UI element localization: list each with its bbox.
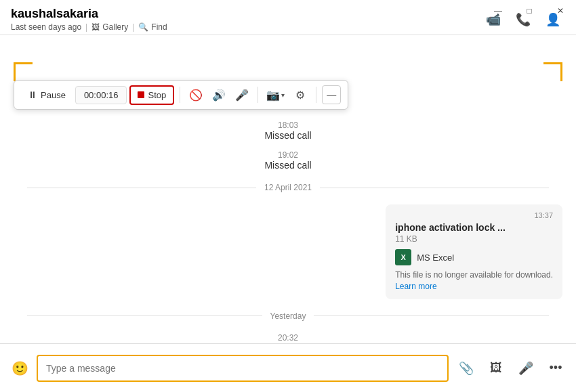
minimize-button[interactable]: —	[482, 0, 514, 22]
missed-call-group-2: 18:03 Missed call	[0, 118, 576, 144]
toolbar-minimize-button[interactable]: —	[322, 85, 341, 104]
find-link[interactable]: 🔍 Find	[138, 22, 167, 32]
missed-call-3-label: Missed call	[264, 160, 311, 171]
contact-info: kaushalsakaria Last seen days ago | 🖼 Ga…	[11, 7, 167, 32]
file-message-time: 13:37	[395, 211, 553, 219]
maximize-button[interactable]: □	[514, 0, 545, 22]
settings-icon: ⚙	[295, 89, 305, 102]
last-seen: Last seen days ago	[11, 22, 81, 32]
close-button[interactable]: ✕	[545, 0, 576, 22]
more-options-icon: •••	[550, 361, 562, 375]
missed-call-group-3: 19:02 Missed call	[0, 148, 576, 173]
date-label-april: 12 April 2021	[264, 183, 312, 192]
attach-file-button[interactable]: 📎	[454, 356, 478, 380]
camera-icon: 📷	[266, 89, 280, 102]
file-bubble: 13:37 iphone activation lock ... 11 KB X…	[386, 204, 562, 299]
no-answer-block: 20:32 No answer	[264, 333, 312, 343]
sep2: |	[132, 22, 134, 32]
minimize-icon: —	[327, 89, 336, 100]
stop-dot-icon	[138, 91, 144, 98]
toolbar-divider-3	[316, 87, 316, 103]
file-message: 13:37 iphone activation lock ... 11 KB X…	[0, 202, 576, 302]
mic-button[interactable]: 🎤	[232, 85, 252, 105]
find-icon: 🔍	[138, 22, 148, 32]
sep1: |	[85, 22, 87, 32]
recording-toolbar: ⏸ Pause 00:00:16 Stop 🚫 🔊 🎤 📷 ▾ ⚙ —	[14, 80, 348, 110]
date-label-yesterday: Yesterday	[270, 311, 306, 321]
no-answer-group: 20:32 No answer	[0, 330, 576, 343]
gallery-icon: 🖼	[91, 22, 100, 32]
contact-name: kaushalsakaria	[11, 7, 167, 21]
microphone-icon: 🎤	[518, 361, 533, 376]
file-notice-text: This file is no longer available for dow…	[395, 270, 553, 280]
speaker-button[interactable]: 🔊	[209, 85, 229, 105]
message-input[interactable]	[37, 355, 449, 382]
settings-button[interactable]: ⚙	[290, 85, 310, 105]
message-input-bar: 🙂 📎 🖼 🎤 •••	[0, 343, 576, 392]
bracket-top-right	[543, 62, 562, 81]
pause-icon: ⏸	[28, 89, 37, 100]
emoji-button[interactable]: 🙂	[8, 357, 31, 380]
attach-file-icon: 📎	[459, 361, 474, 376]
image-button[interactable]: 🖼	[484, 356, 508, 380]
blur-icon: 🚫	[189, 89, 203, 102]
bracket-top-left	[14, 62, 33, 81]
image-icon: 🖼	[490, 361, 502, 375]
pause-button[interactable]: ⏸ Pause	[21, 86, 73, 104]
microphone-button[interactable]: 🎤	[514, 356, 538, 380]
stop-button[interactable]: Stop	[129, 85, 174, 105]
mic-icon: 🎤	[235, 89, 249, 102]
date-divider-yesterday: Yesterday	[27, 311, 549, 321]
camera-chevron-icon: ▾	[281, 91, 285, 99]
contact-subtitle: Last seen days ago | 🖼 Gallery | 🔍 Find	[11, 22, 167, 32]
emoji-icon: 🙂	[12, 360, 28, 376]
missed-call-3-time: 19:02	[264, 150, 311, 160]
gallery-link[interactable]: 🖼 Gallery	[91, 22, 128, 32]
window-controls: — □ ✕	[482, 0, 576, 22]
more-options-button[interactable]: •••	[543, 356, 568, 380]
missed-call-3: 19:02 Missed call	[264, 150, 311, 171]
no-answer-time: 20:32	[264, 333, 312, 343]
recording-timer: 00:00:16	[75, 86, 127, 104]
file-notice: This file is no longer available for dow…	[395, 269, 553, 292]
file-size: 11 KB	[395, 234, 553, 244]
blur-icon-button[interactable]: 🚫	[186, 85, 206, 105]
speaker-icon: 🔊	[212, 89, 226, 102]
toolbar-divider-1	[180, 87, 180, 103]
missed-call-2: 18:03 Missed call	[264, 121, 311, 141]
missed-call-2-label: Missed call	[264, 130, 311, 141]
missed-call-2-time: 18:03	[264, 121, 311, 130]
file-type-label: MS Excel	[417, 253, 454, 263]
toolbar-divider-2	[258, 87, 258, 103]
learn-more-link[interactable]: Learn more	[395, 282, 436, 291]
camera-button[interactable]: 📷 ▾	[264, 89, 287, 102]
file-type-row: X MS Excel	[395, 249, 553, 265]
date-divider-april: 12 April 2021	[27, 183, 549, 192]
excel-icon: X	[395, 249, 411, 265]
file-title: iphone activation lock ...	[395, 222, 553, 233]
